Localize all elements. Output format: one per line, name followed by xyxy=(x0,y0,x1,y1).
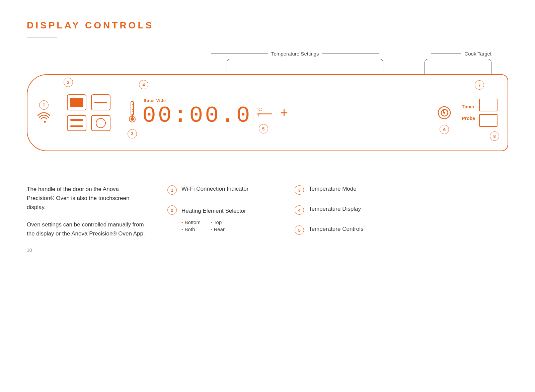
content-section: The handle of the door on the Anova Prec… xyxy=(27,185,508,246)
thermometer-icon xyxy=(127,100,137,126)
title-underline xyxy=(27,37,57,37)
temp-settings-bracket xyxy=(227,59,383,74)
temp-display-wrapper: 00:00.0 °C °F xyxy=(142,104,252,127)
sub-item-top: Top xyxy=(211,219,230,225)
diagram-container: Temperature Settings Cook Target 1 xyxy=(27,51,508,158)
legend-item-2: 2 Heating Element Selector Bottom Top Bo… xyxy=(167,205,281,232)
label-cook-target: Cook Target xyxy=(464,51,491,57)
plus-btn[interactable]: + xyxy=(280,106,288,119)
badge-1: 1 xyxy=(39,100,49,110)
badge-3: 3 xyxy=(128,129,137,138)
legend-label-1: Wi-Fi Connection Indicator xyxy=(181,185,248,193)
badge-6: 6 xyxy=(440,125,449,134)
badge-4: 4 xyxy=(139,80,148,89)
sous-vide-label: Sous Vide xyxy=(144,98,166,103)
legend-item-4: 4 Temperature Display xyxy=(295,205,422,217)
heating-btn-3[interactable] xyxy=(67,115,86,131)
heating-section: 2 xyxy=(67,94,110,131)
buttons-grid xyxy=(67,94,110,131)
legend-label-3: Temperature Mode xyxy=(309,185,357,193)
legend-col-2: 3 Temperature Mode 4 Temperature Display… xyxy=(295,185,422,246)
page-number: 10 xyxy=(27,248,32,253)
legend-item-1: 1 Wi-Fi Connection Indicator xyxy=(167,185,281,197)
temp-controls: 5 — + xyxy=(259,106,288,119)
description-para1: The handle of the door on the Anova Prec… xyxy=(27,185,147,212)
svg-point-10 xyxy=(443,112,445,114)
legend-badge-4: 4 xyxy=(295,205,304,215)
replay-icon xyxy=(437,105,452,120)
legend-badge-2: 2 xyxy=(167,205,177,215)
legend-badge-5: 5 xyxy=(295,225,304,235)
timer-probe-section: 7 Timer Probe 8 xyxy=(462,99,498,127)
heating-btn-1[interactable] xyxy=(67,94,86,110)
timer-display-boxes xyxy=(479,99,498,127)
display-group: 4 Sous Vide 00:00.0 °C °F xyxy=(142,98,252,127)
badge-8: 8 xyxy=(490,131,499,141)
page-title: DISPLAY CONTROLS xyxy=(27,20,508,31)
svg-rect-0 xyxy=(131,101,134,115)
legend-label-5: Temperature Controls xyxy=(309,225,363,233)
svg-marker-9 xyxy=(442,109,444,112)
legend-badge-3: 3 xyxy=(295,185,304,195)
badge-2: 2 xyxy=(64,78,73,87)
badge-7: 7 xyxy=(475,80,484,90)
digital-display: 00:00.0 xyxy=(142,104,252,127)
legend-col-1: 1 Wi-Fi Connection Indicator 2 Heating E… xyxy=(167,185,295,246)
sub-item-rear: Rear xyxy=(211,226,230,232)
oven-panel: 1 2 xyxy=(27,74,508,151)
probe-box xyxy=(479,114,498,127)
text-column: The handle of the door on the Anova Prec… xyxy=(27,185,167,246)
cook-target-bracket xyxy=(425,59,491,74)
temp-mode-section: 3 xyxy=(127,100,137,126)
svg-point-7 xyxy=(131,117,134,121)
wifi-icon xyxy=(37,112,50,125)
wifi-section: 1 xyxy=(37,100,50,125)
heating-btn-2[interactable] xyxy=(91,94,110,110)
legend-label-2: Heating Element Selector xyxy=(181,207,246,215)
minus-btn[interactable]: — xyxy=(259,106,272,119)
label-temp-settings: Temperature Settings xyxy=(271,51,319,57)
timer-probe-labels: Timer Probe xyxy=(462,101,475,124)
timer-box xyxy=(479,99,498,111)
legend-badge-1: 1 xyxy=(167,185,177,195)
replay-section: 6 xyxy=(437,105,452,120)
legend-item-3: 3 Temperature Mode xyxy=(295,185,422,197)
legend-item-5: 5 Temperature Controls xyxy=(295,225,422,237)
heating-sub-list: Bottom Top Both Rear xyxy=(181,219,230,232)
heating-btn-4[interactable] xyxy=(91,115,110,131)
description-para2: Oven settings can be controlled manually… xyxy=(27,220,147,238)
badge-5: 5 xyxy=(259,124,268,133)
sub-item-bottom: Bottom xyxy=(181,219,201,225)
legend-label-4: Temperature Display xyxy=(309,205,361,213)
sub-item-both: Both xyxy=(181,226,201,232)
